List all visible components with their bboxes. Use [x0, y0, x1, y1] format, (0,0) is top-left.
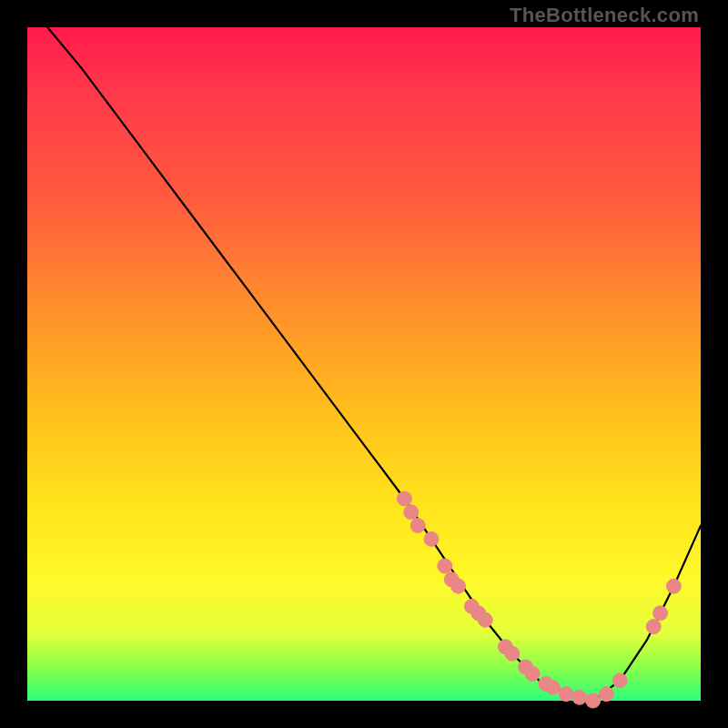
curve-marker [666, 579, 681, 593]
bottleneck-curve-svg [27, 27, 701, 701]
curve-marker [424, 531, 439, 546]
curve-marker [451, 579, 466, 593]
curve-marker [653, 606, 668, 621]
curve-marker [525, 666, 540, 681]
curve-markers-group [397, 491, 681, 708]
curve-marker [478, 612, 492, 627]
curve-marker [559, 687, 573, 702]
curve-marker [586, 693, 601, 708]
curve-marker [599, 687, 613, 702]
curve-marker [545, 680, 560, 694]
chart-frame: TheBottleneck.com [0, 0, 728, 728]
curve-marker [572, 690, 587, 704]
bottleneck-curve-path [47, 27, 701, 701]
watermark-label: TheBottleneck.com [510, 4, 699, 27]
curve-marker [404, 505, 419, 520]
curve-marker [505, 646, 520, 661]
curve-marker [612, 673, 627, 688]
curve-marker [646, 620, 661, 634]
curve-marker [410, 519, 425, 533]
curve-marker [438, 559, 452, 573]
plot-area [27, 27, 701, 701]
curve-marker [397, 491, 411, 506]
